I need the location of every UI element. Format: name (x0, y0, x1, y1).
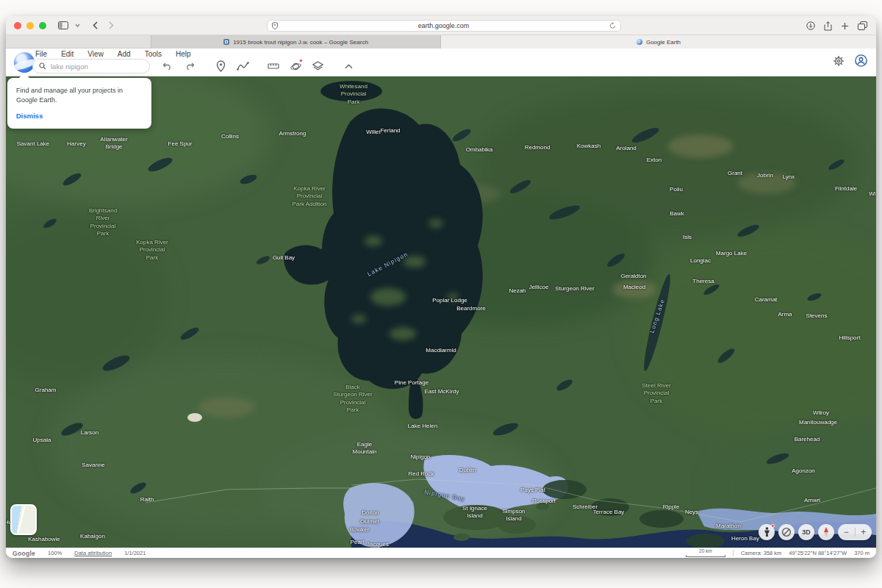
menu-add[interactable]: Add (116, 49, 132, 59)
map-label: Caramat (755, 296, 778, 304)
data-attribution-link[interactable]: Data attribution (74, 550, 112, 556)
google-earth-logo[interactable] (14, 52, 35, 73)
tab-title: Google Earth (646, 39, 681, 46)
url-text: earth.google.com (278, 22, 609, 29)
map-label: Beardmore (456, 305, 486, 312)
search-box[interactable] (32, 59, 150, 74)
tab-google-earth[interactable]: Google Earth (441, 35, 876, 49)
map-label: Kabaigon (80, 533, 105, 540)
map-label: Bowker (350, 526, 370, 534)
minimize-window-button[interactable] (26, 22, 34, 29)
map-label: Jellicoe (529, 284, 549, 291)
map-label: St Ignace Island (462, 505, 487, 520)
menu-view[interactable]: View (86, 49, 105, 59)
map-label: Pine Portage (395, 379, 429, 387)
zoom-control: − + (838, 524, 872, 540)
reload-icon[interactable] (609, 22, 616, 29)
sidebar-toggle-icon[interactable] (58, 21, 68, 29)
coverage-off-button[interactable] (778, 524, 795, 540)
camera-altitude: Camera: 358 km (741, 550, 781, 556)
map-label: Heron Bay (731, 535, 759, 542)
map-label: Poilu (670, 186, 683, 193)
redo-button[interactable] (182, 59, 197, 74)
share-icon[interactable] (824, 21, 832, 31)
earth-statusbar: Google 100% Data attribution 1/1/2021 20… (6, 548, 876, 558)
tab-overview-icon[interactable] (858, 21, 867, 30)
map-label: Long Lake (649, 298, 667, 334)
settings-gear-icon[interactable] (833, 55, 845, 67)
back-button[interactable] (93, 21, 98, 29)
zoom-window-button[interactable] (39, 22, 46, 29)
map-label: Manitouwadge (799, 419, 837, 426)
new-tab-icon[interactable] (841, 22, 849, 30)
tab-google-search[interactable]: 1915 brook trout nipigon J.w. cook – Goo… (151, 35, 441, 49)
menu-tools[interactable]: Tools (143, 49, 163, 59)
close-window-button[interactable] (14, 22, 21, 29)
map-label: Ferland (380, 127, 400, 135)
map-label: Wilroy (813, 409, 829, 417)
tab-strip: 1915 brook trout nipigon J.w. cook – Goo… (6, 35, 876, 49)
map-label: Sturgeon River (555, 285, 594, 293)
notification-dot (299, 59, 303, 62)
map-label: Red Rock (408, 470, 434, 478)
layers-button[interactable] (310, 59, 325, 74)
map-label: Pearl (351, 539, 365, 546)
sidebar-chevron-icon[interactable] (75, 24, 80, 27)
placemark-button[interactable] (213, 59, 228, 74)
search-input[interactable] (51, 62, 132, 71)
map-canvas[interactable]: Savant LakeHarveyAllanwater BridgeFee Sp… (6, 76, 876, 548)
map-label: Isis (683, 234, 692, 241)
url-field[interactable]: earth.google.com (267, 20, 621, 32)
measure-ruler-button[interactable] (266, 59, 281, 74)
map-label: Kopka River Provincial Park Addition (292, 185, 326, 208)
collapse-toolbar-button[interactable] (341, 59, 356, 74)
map-label: Larson (81, 429, 98, 437)
map-label: Nezah (509, 287, 526, 295)
map-label: Lynx (783, 173, 795, 181)
map-label: Bawk (670, 210, 684, 218)
map-label: Allanwater Bridge (100, 136, 127, 151)
map-label: Agonzon (792, 467, 815, 475)
map-label: Poplar Lodge (432, 297, 467, 304)
map-style-thumbnail[interactable] (10, 504, 37, 535)
orbit-camera-button[interactable] (288, 59, 303, 74)
zoom-out-button[interactable]: − (838, 525, 855, 539)
map-label: Exton (647, 157, 662, 164)
map-label: Lake Helen (408, 423, 437, 430)
map-label: Margo Lake (716, 250, 747, 257)
tooltip-text: Find and manage all your projects in Goo… (16, 86, 143, 104)
map-label: Arma (778, 311, 792, 318)
map-scale: 20 km (686, 549, 725, 557)
zoom-in-button[interactable]: + (856, 525, 872, 539)
map-label: Ombabika (466, 146, 492, 154)
google-earth-favicon (637, 39, 642, 45)
earth-menubar: File Edit View Add Tools Help (34, 49, 193, 59)
dismiss-button[interactable]: Dismiss (16, 112, 43, 120)
map-label: Nipigon Bay (423, 489, 465, 503)
menu-edit[interactable]: Edit (60, 49, 75, 59)
downloads-icon[interactable] (806, 21, 815, 30)
menu-file[interactable]: File (34, 49, 49, 59)
privacy-shield-icon[interactable] (272, 22, 278, 29)
forward-button[interactable] (109, 21, 114, 29)
compass-button[interactable] (818, 524, 834, 540)
map-label: Graham (35, 387, 57, 394)
draw-path-button[interactable] (235, 59, 250, 74)
3d-toggle-button[interactable]: 3D (798, 524, 814, 540)
map-label: Barehead (795, 436, 820, 443)
map-controls: 3D − + (759, 524, 872, 540)
map-label: Ouimet (360, 518, 379, 526)
menu-help[interactable]: Help (174, 49, 193, 59)
map-label: Macleod (623, 284, 645, 291)
map-label: Willet (366, 129, 381, 136)
projects-tooltip: Find and manage all your projects in Goo… (7, 78, 151, 129)
browser-window: earth.google.com 1915 brook trout nipigo… (6, 16, 876, 558)
map-label: Savanne (82, 462, 105, 469)
undo-button[interactable] (160, 59, 175, 74)
map-label: Ripple (663, 503, 680, 511)
traffic-lights (14, 22, 46, 29)
map-label: Brightsand River Provincial Park (89, 207, 117, 238)
pegman-button[interactable] (759, 524, 775, 540)
account-avatar-icon[interactable] (855, 54, 867, 67)
map-label: Kopka River Provincial Park (136, 239, 168, 262)
